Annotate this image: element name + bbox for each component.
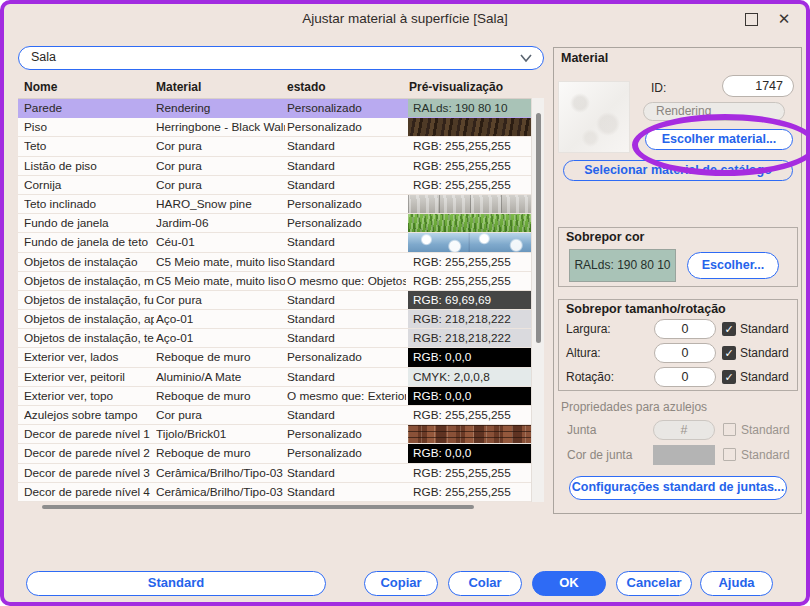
table-row[interactable]: Azulejos sobre tampo Cor pura Standard R… [18,406,544,425]
col-header-material[interactable]: Material [156,77,201,97]
row-state: Standard [287,291,406,309]
table-row[interactable]: Objetos de instalação, fu Cor pura Stand… [18,291,544,310]
material-panel: Material ID: 1747 Rendering Escolher mat… [553,47,802,514]
row-material: Cor pura [156,406,285,424]
height-field[interactable]: 0 [654,343,716,363]
row-state: Personalizado [287,195,406,213]
col-header-preview[interactable]: Pré-visualização [409,77,503,97]
row-preview-cell: RGB: 0,0,0 [408,444,531,462]
row-material: Reboque de muro [156,348,285,366]
row-material: Cor pura [156,291,285,309]
table-row[interactable]: Fundo de janela Jardim-06 Personalizado [18,214,544,233]
height-standard-checkbox[interactable]: ✓ [722,346,736,360]
cancel-button[interactable]: Cancelar [616,571,692,596]
row-material: Cor pura [156,137,285,155]
col-header-nome[interactable]: Nome [24,77,57,97]
table-row[interactable]: Decor de parede nível 1 Tijolo/Brick01 P… [18,425,544,444]
row-state: Standard [287,406,406,424]
row-preview-cell: RGB: 218,218,222 [408,329,531,347]
tile-properties-title: Propriedades para azulejos [561,400,707,414]
width-standard-label: Standard [740,322,789,336]
row-preview-cell: RGB: 69,69,69 [408,291,531,309]
row-material: Tijolo/Brick01 [156,425,285,443]
row-material: Cor pura [156,157,285,175]
row-preview-texture-sky [408,233,531,251]
joint-field: # [653,420,715,440]
row-material: Jardim-06 [156,214,285,232]
table-row[interactable]: Decor de parede nível 2 Reboque de muro … [18,444,544,463]
vertical-scrollbar[interactable] [531,98,544,502]
table-row[interactable]: Objetos de instalação C5 Meio mate, muit… [18,253,544,272]
maximize-icon[interactable] [745,13,758,26]
table-row[interactable]: Teto inclinado HARO_Snow pine Personaliz… [18,195,544,214]
row-state: Standard [287,329,406,347]
row-material: Cerâmica/Brilho/Tipo-03 [156,464,285,482]
joint-standard-settings-button[interactable]: Configurações standard de juntas... [569,476,787,500]
row-preview-cell: RGB: 0,0,0 [408,348,531,366]
ok-button[interactable]: OK [532,571,606,596]
table-header: Nome Material estado Pré-visualização [18,77,544,98]
rotation-standard-checkbox[interactable]: ✓ [722,370,736,384]
row-material: Aço-01 [156,310,285,328]
override-size-group: Sobrepor tamanho/rotação Largura: 0 ✓ St… [558,299,798,391]
choose-material-button[interactable]: Escolher material... [645,129,793,150]
help-button[interactable]: Ajuda [700,571,773,596]
row-preview-cell: RGB: 255,255,255 [408,483,531,501]
height-standard-label: Standard [740,346,789,360]
table-row[interactable]: Decor de parede nível 4 Cerâmica/Brilho/… [18,483,544,502]
joint-standard-checkbox [723,423,736,436]
row-state: Personalizado [287,348,406,366]
width-field[interactable]: 0 [654,319,716,339]
select-catalog-material-button[interactable]: Selecionar material de catálogo [563,160,793,181]
row-state: Standard [287,157,406,175]
col-header-estado[interactable]: estado [287,77,326,97]
row-preview-cell: RGB: 255,255,255 [408,157,531,175]
row-name: Fundo de janela [24,214,154,232]
row-name: Objetos de instalação, m [24,272,154,290]
row-name: Decor de parede nível 3 [24,464,154,482]
table-row[interactable]: Decor de parede nível 3 Cerâmica/Brilho/… [18,464,544,483]
rotation-label: Rotação: [566,370,614,384]
row-preview-cell: RGB: 255,255,255 [408,272,531,290]
paste-button[interactable]: Colar [448,571,522,596]
width-standard-checkbox[interactable]: ✓ [722,322,736,336]
rotation-field[interactable]: 0 [654,367,716,387]
surface-select-value: Sala [31,47,56,68]
table-row[interactable]: Piso Herringbone - Black Walr Personaliz… [18,118,544,137]
material-id-field[interactable]: 1747 [722,75,794,97]
table-row[interactable]: Listão de piso Cor pura Standard RGB: 25… [18,157,544,176]
row-preview-cell: CMYK: 2,0,0,8 [408,368,531,386]
row-name: Decor de parede nível 1 [24,425,154,443]
table-row[interactable]: Objetos de instalação, ap Aço-01 Standar… [18,310,544,329]
row-state: Standard [287,137,406,155]
table-row[interactable]: Objetos de instalação, te Aço-01 Standar… [18,329,544,348]
row-name: Fundo de janela de teto [24,233,154,251]
chevron-down-icon [519,51,533,65]
table-row[interactable]: Exterior ver, topo Reboque de muro O mes… [18,387,544,406]
vertical-scrollbar-thumb[interactable] [536,113,541,343]
horizontal-scrollbar[interactable] [42,505,474,509]
row-material: Cor pura [156,176,285,194]
row-name: Exterior ver, topo [24,387,154,405]
table-row[interactable]: Exterior ver, lados Reboque de muro Pers… [18,348,544,367]
surface-select[interactable]: Sala [18,46,544,70]
joint-color-standard-label: Standard [741,448,790,462]
table-row[interactable]: Fundo de janela de teto Céu-01 Standard [18,233,544,252]
table-row[interactable]: Parede Rendering Personalizado RALds: 19… [18,99,544,118]
table-row[interactable]: Cornija Cor pura Standard RGB: 255,255,2… [18,176,544,195]
close-icon[interactable]: ✕ [774,8,794,30]
copy-button[interactable]: Copiar [364,571,438,596]
row-name: Objetos de instalação [24,253,154,271]
table-row[interactable]: Exterior ver, peitoril Aluminio/A Mate S… [18,368,544,387]
dialog-window: Ajustar material à superfície [Sala] ✕ S… [0,0,810,606]
table-row[interactable]: Objetos de instalação, m C5 Meio mate, m… [18,272,544,291]
joint-label: Junta [567,423,596,437]
row-name: Piso [24,118,154,136]
row-preview-texture-grass [408,214,531,232]
standard-button[interactable]: Standard [26,571,326,596]
row-state: Personalizado [287,99,406,117]
row-material: C5 Meio mate, muito liso [156,253,285,271]
row-name: Listão de piso [24,157,154,175]
choose-color-button[interactable]: Escolher... [687,252,779,279]
table-row[interactable]: Teto Cor pura Standard RGB: 255,255,255 [18,137,544,156]
